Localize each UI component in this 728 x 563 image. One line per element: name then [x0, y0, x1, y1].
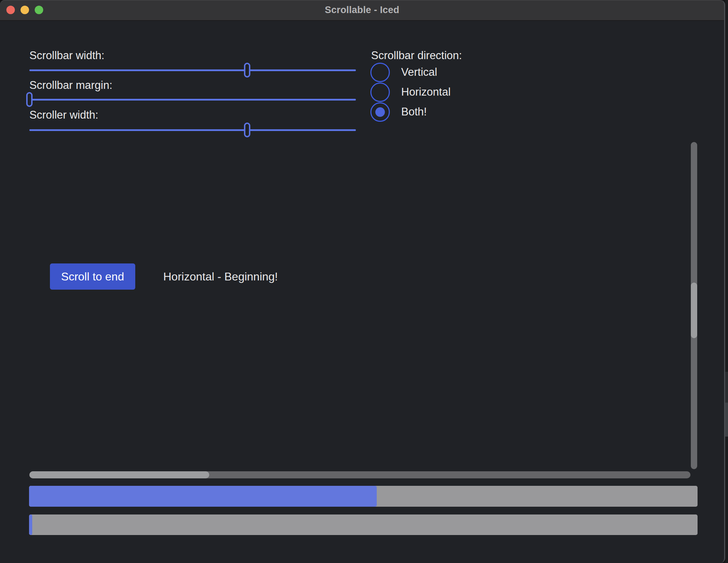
titlebar[interactable]: Scrollable - Iced — [0, 0, 724, 21]
radio-both-label: Both! — [401, 106, 427, 118]
slider-rail[interactable] — [29, 69, 356, 71]
horizontal-scrollbar[interactable] — [29, 471, 690, 478]
vertical-scroller[interactable] — [691, 283, 697, 338]
screen-edge-strip — [725, 0, 728, 563]
scroller-width-slider[interactable] — [29, 123, 356, 137]
scrollbar-margin-slider[interactable] — [29, 92, 356, 107]
screen: Scrollable - Iced Scrollbar width: Scrol… — [0, 0, 728, 563]
progress-fill — [29, 514, 32, 535]
minimize-button[interactable] — [21, 6, 29, 14]
slider-rail[interactable] — [29, 129, 356, 131]
background-window-sliver — [725, 403, 728, 437]
scroll-to-end-button[interactable]: Scroll to end — [50, 263, 135, 290]
radio-horizontal-label: Horizontal — [401, 86, 451, 98]
scrollbar-width-slider[interactable] — [29, 63, 356, 78]
radio-dot-icon — [375, 107, 385, 117]
progress-bar-horizontal — [29, 486, 698, 507]
background-window-sliver — [725, 372, 728, 403]
slider-handle[interactable] — [244, 123, 250, 137]
scroller-width-label: Scroller width: — [29, 108, 98, 122]
radio-circle-icon[interactable] — [370, 83, 390, 102]
scrollbar-width-label: Scrollbar width: — [29, 49, 104, 63]
slider-rail[interactable] — [29, 99, 356, 101]
horizontal-scroller[interactable] — [29, 471, 209, 478]
zoom-button[interactable] — [35, 6, 43, 14]
vertical-scrollbar[interactable] — [691, 142, 697, 469]
scrollbar-margin-label: Scrollbar margin: — [29, 78, 112, 92]
radio-vertical[interactable]: Vertical — [370, 62, 437, 82]
traffic-lights — [6, 6, 43, 14]
slider-handle[interactable] — [26, 92, 33, 107]
radio-circle-icon[interactable] — [370, 63, 390, 82]
close-button[interactable] — [6, 6, 15, 14]
app-window: Scrollable - Iced Scrollbar width: Scrol… — [0, 0, 725, 563]
scrollbar-direction-label: Scrollbar direction: — [371, 49, 462, 63]
radio-both[interactable]: Both! — [370, 102, 427, 122]
horizontal-status-text: Horizontal - Beginning! — [163, 263, 278, 290]
slider-handle[interactable] — [244, 63, 250, 78]
radio-circle-icon[interactable] — [370, 102, 390, 122]
radio-vertical-label: Vertical — [401, 66, 437, 79]
radio-horizontal[interactable]: Horizontal — [370, 82, 451, 102]
window-title: Scrollable - Iced — [325, 5, 399, 16]
progress-bar-vertical — [29, 514, 698, 535]
progress-fill — [29, 486, 377, 507]
